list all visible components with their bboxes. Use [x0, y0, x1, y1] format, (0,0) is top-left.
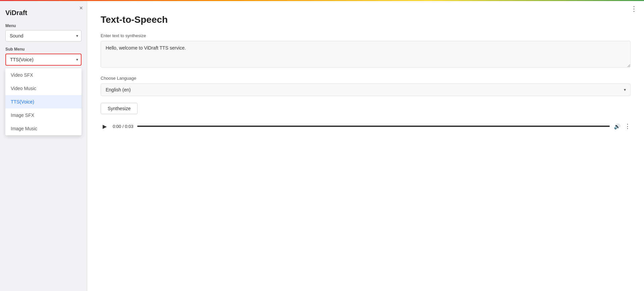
close-button[interactable]: × [79, 5, 83, 11]
synthesize-button[interactable]: Synthesize [101, 103, 138, 114]
language-label: Choose Language [101, 76, 631, 81]
dropdown-item-video-sfx[interactable]: Video SFX [5, 68, 82, 82]
volume-icon: 🔊 [614, 123, 621, 130]
audio-progress-bar[interactable] [137, 126, 610, 127]
dropdown-item-label: Video Music [11, 86, 36, 91]
menu-select-wrapper: Sound Video Image ▾ [5, 30, 82, 42]
audio-time: 0:00 / 0:03 [113, 124, 133, 129]
language-select-wrapper: English (en) Spanish (es) French (fr) Ge… [101, 83, 631, 96]
submenu-dropdown-list: Video SFX Video Music TTS(Voice) Image S… [5, 68, 82, 135]
text-input[interactable]: Hello, welcome to ViDraft TTS service. [101, 41, 631, 68]
language-select[interactable]: English (en) Spanish (es) French (fr) Ge… [101, 83, 631, 96]
audio-more-button[interactable]: ⋮ [625, 123, 631, 130]
dropdown-item-label: Image Music [11, 126, 37, 131]
menu-select[interactable]: Sound Video Image [5, 30, 82, 42]
main-content: Text-to-Speech Enter text to synthesize … [87, 1, 644, 291]
text-input-label: Enter text to synthesize [101, 33, 631, 38]
submenu-label: Sub Menu [5, 47, 82, 52]
menu-label: Menu [5, 23, 82, 28]
dropdown-item-video-music[interactable]: Video Music [5, 82, 82, 95]
dropdown-item-label: Image SFX [11, 113, 34, 118]
dropdown-item-label: Video SFX [11, 72, 33, 78]
top-right-menu-button[interactable]: ⋮ [631, 5, 637, 13]
dropdown-item-image-sfx[interactable]: Image SFX [5, 108, 82, 122]
top-gradient-border [0, 0, 644, 1]
play-button[interactable]: ▶ [101, 122, 109, 130]
audio-more-icon: ⋮ [625, 123, 631, 130]
play-icon: ▶ [103, 123, 107, 130]
submenu-select-wrapper: TTS(Voice) Video SFX Video Music Image S… [5, 54, 82, 66]
audio-player: ▶ 0:00 / 0:03 🔊 ⋮ [101, 122, 631, 130]
volume-button[interactable]: 🔊 [614, 123, 621, 130]
vertical-dots-icon: ⋮ [631, 5, 637, 12]
app-title: ViDraft [5, 9, 82, 17]
submenu-select[interactable]: TTS(Voice) Video SFX Video Music Image S… [5, 54, 82, 66]
sidebar: × ViDraft Menu Sound Video Image ▾ Sub M… [0, 1, 87, 291]
dropdown-item-label: TTS(Voice) [11, 99, 34, 104]
page-title: Text-to-Speech [101, 14, 631, 25]
dropdown-item-image-music[interactable]: Image Music [5, 122, 82, 135]
dropdown-item-tts-voice[interactable]: TTS(Voice) [5, 95, 82, 108]
